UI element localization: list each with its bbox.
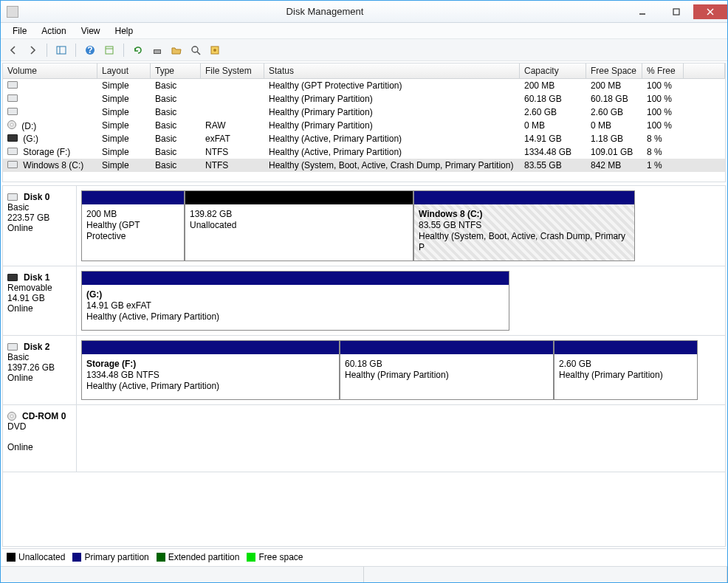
volume-row[interactable]: SimpleBasicHealthy (Primary Partition)60… [3,92,725,106]
legend-unallocated-label: Unallocated [18,552,65,562]
col-header-capacity[interactable]: Capacity [520,63,586,78]
disk-label[interactable]: Disk 2Basic1397.26 GBOnline [3,336,77,404]
partition[interactable]: (G:)14.91 GB exFATHealthy (Active, Prima… [81,271,509,331]
cell-volume [3,106,97,118]
cell-pct: 8 % [642,133,684,145]
cell-layout: Simple [97,120,151,131]
partition[interactable]: Windows 8 (C:)83.55 GB NTFSHealthy (Syst… [413,190,635,261]
disk-label[interactable]: Disk 1Removable14.91 GBOnline [3,266,77,335]
menu-file[interactable]: File [7,24,32,37]
forward-button[interactable] [24,42,41,58]
svg-point-12 [192,46,198,52]
cell-free: 60.18 GB [586,93,642,105]
disk-icon [7,343,18,351]
partition[interactable]: 2.60 GBHealthy (Primary Partition) [554,340,698,400]
col-header-type[interactable]: Type [151,63,201,78]
menubar: File Action View Help [1,23,727,39]
open-button[interactable] [168,42,185,58]
disk-label[interactable]: CD-ROM 0DVDOnline [3,405,77,472]
cell-capacity: 2.60 GB [520,106,586,118]
volume-row[interactable]: (D:)SimpleBasicRAWHealthy (Primary Parti… [3,119,725,132]
maximize-button[interactable] [659,4,693,19]
cell-type: Basic [151,106,201,118]
cell-status: Healthy (Primary Partition) [264,106,520,118]
svg-rect-1 [673,9,679,15]
toolbar: ? [1,39,727,61]
close-button[interactable] [693,4,727,19]
cell-capacity: 14.91 GB [520,133,586,145]
find-button[interactable] [188,42,204,58]
partition-stripe [82,341,339,354]
disk-row[interactable]: Disk 0Basic223.57 GBOnline200 MBHealthy … [3,186,725,266]
partition[interactable]: Storage (F:)1334.48 GB NTFSHealthy (Acti… [81,340,340,400]
status-bar [1,566,727,582]
partition-body: 200 MBHealthy (GPT Protective [82,204,184,249]
volume-row[interactable]: SimpleBasicHealthy (GPT Protective Parti… [3,79,725,92]
disk-partitions [77,405,725,472]
col-header-layout[interactable]: Layout [97,63,151,78]
partition[interactable]: 60.18 GBHealthy (Primary Partition) [340,340,554,400]
partition-stripe [554,341,697,354]
cell-layout: Simple [97,159,151,171]
cell-free: 1.18 GB [586,133,642,145]
show-hide-console-tree-button[interactable] [53,42,69,58]
cell-fs [201,85,264,86]
cell-capacity: 60.18 GB [520,93,586,105]
col-header-pct[interactable]: % Free [642,63,684,78]
back-button[interactable] [5,42,21,58]
volume-list[interactable]: VolumeLayoutTypeFile SystemStatusCapacit… [2,63,726,182]
cell-status: Healthy (Active, Primary Partition) [264,146,520,158]
svg-rect-4 [57,46,66,54]
cell-fs: exFAT [201,133,264,145]
disk-graphical-view[interactable]: Disk 0Basic223.57 GBOnline200 MBHealthy … [2,185,726,547]
volume-row[interactable]: SimpleBasicHealthy (Primary Partition)2.… [3,106,725,119]
minimize-button[interactable] [625,4,659,19]
disk-row[interactable]: Disk 1Removable14.91 GBOnline (G:)14.91 … [3,266,725,336]
cell-type: Basic [151,133,201,145]
col-header-status[interactable]: Status [264,63,520,78]
cell-layout: Simple [97,80,151,92]
partition-stripe [82,191,184,204]
volume-row[interactable]: Storage (F:)SimpleBasicNTFSHealthy (Acti… [3,145,725,159]
settings-button[interactable] [101,42,117,58]
cell-layout: Simple [97,133,151,145]
svg-rect-8 [106,46,113,54]
properties-button[interactable] [207,42,223,58]
partition-stripe [82,272,509,285]
refresh-button[interactable] [130,42,146,58]
cell-layout: Simple [97,93,151,105]
cell-free: 109.01 GB [586,146,642,158]
svg-line-13 [197,52,200,55]
volume-icon [7,134,18,142]
legend-unallocated-swatch [7,553,16,562]
cell-type: Basic [151,120,201,131]
cell-pct: 100 % [642,106,684,118]
cell-capacity: 200 MB [520,80,586,92]
partition-stripe [340,341,553,354]
disk-label[interactable]: Disk 0Basic223.57 GBOnline [3,186,77,266]
legend-primary-swatch [72,553,81,562]
partition[interactable]: 139.82 GBUnallocated [185,190,413,261]
cell-volume: (G:) [3,133,97,145]
cell-volume: (D:) [3,120,97,132]
col-header-volume[interactable]: Volume [3,63,97,78]
col-header-fs[interactable]: File System [201,63,264,78]
disk-row[interactable]: CD-ROM 0DVDOnline [3,405,725,472]
menu-view[interactable]: View [75,24,106,37]
partition-body: Storage (F:)1334.48 GB NTFSHealthy (Acti… [82,354,339,399]
col-header-free[interactable]: Free Space [586,63,642,78]
rescan-disks-button[interactable] [149,42,165,58]
partition-body: 2.60 GBHealthy (Primary Partition) [554,354,697,388]
legend-primary-label: Primary partition [84,552,148,562]
cell-pct: 100 % [642,93,684,105]
menu-help[interactable]: Help [109,24,140,37]
volume-row[interactable]: Windows 8 (C:)SimpleBasicNTFSHealthy (Sy… [3,159,725,172]
partition-stripe [414,191,634,204]
partition[interactable]: 200 MBHealthy (GPT Protective [81,190,185,261]
disk-icon [7,412,16,421]
menu-action[interactable]: Action [35,24,72,37]
volume-row[interactable]: (G:)SimpleBasicexFATHealthy (Active, Pri… [3,132,725,145]
disk-row[interactable]: Disk 2Basic1397.26 GBOnlineStorage (F:)1… [3,336,725,405]
cell-pct: 8 % [642,146,684,158]
help-button[interactable]: ? [82,42,98,58]
